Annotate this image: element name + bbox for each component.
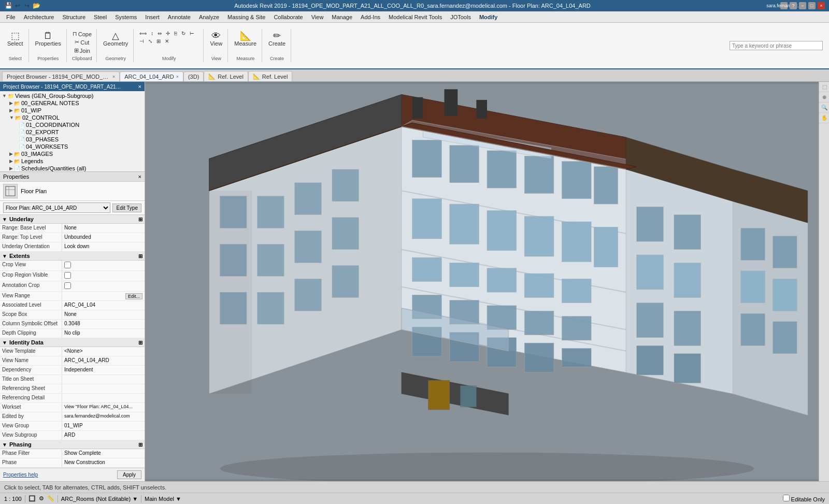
pan-btn[interactable]: ✋ xyxy=(819,113,829,123)
prop-value[interactable]: ARC_04_L04_ARD xyxy=(62,356,145,365)
menu-annotate[interactable]: Annotate xyxy=(164,13,195,21)
tree-legends[interactable]: ▶ 📂 Legends xyxy=(1,157,144,165)
prop-value[interactable]: None xyxy=(62,224,145,233)
menu-modelical[interactable]: Modelical Revit Tools xyxy=(384,13,446,21)
close-tab-icon[interactable]: × xyxy=(112,74,115,79)
prop-value[interactable]: ARD xyxy=(62,431,145,440)
steering-btn[interactable]: ⊕ xyxy=(819,92,829,103)
prop-value[interactable] xyxy=(62,384,145,393)
view-button[interactable]: 👁 View xyxy=(208,30,224,48)
zoom-btn[interactable]: 🔍 xyxy=(819,103,829,113)
keyword-search[interactable] xyxy=(730,41,823,50)
move-button[interactable]: ✛ xyxy=(164,30,171,37)
view-controls3[interactable]: 📏 xyxy=(47,495,54,502)
tree-worksets[interactable]: 📄 04_WORKSETS xyxy=(1,143,144,150)
quick-access-open[interactable]: 📂 xyxy=(32,2,40,10)
view-range-edit-button[interactable]: Edit... xyxy=(125,293,142,299)
menu-steel[interactable]: Steel xyxy=(90,13,111,21)
menu-modify[interactable]: Modify xyxy=(475,13,502,21)
tree-phases[interactable]: 📄 03_PHASES xyxy=(1,136,144,143)
tab-3d[interactable]: (3D) xyxy=(183,71,204,81)
mirror-button[interactable]: ⇔ xyxy=(156,30,163,37)
tree-control[interactable]: ▼ 📂 02_CONTROL xyxy=(1,114,144,121)
prop-value[interactable]: 0.3048 xyxy=(62,320,145,328)
prop-value[interactable] xyxy=(62,375,145,384)
tab-project-browser[interactable]: Project Browser - 18194_OPE_MOD_PART_A21… xyxy=(2,71,120,81)
view-controls2[interactable]: ⚙ xyxy=(39,495,44,502)
menu-jotools[interactable]: JOTools xyxy=(446,13,475,21)
select-button[interactable]: ⬚ Select xyxy=(5,30,25,48)
tree-coordination[interactable]: 📄 01_COORDINATION xyxy=(1,121,144,128)
properties-type-select[interactable]: Floor Plan: ARC_04_L04_ARD xyxy=(3,203,110,213)
tab-ref-level-1[interactable]: 📐 Ref. Level xyxy=(204,71,248,81)
section-extents[interactable]: ▼ Extents ⊞ xyxy=(0,252,145,261)
model-selector[interactable]: Main Model ▼ xyxy=(145,496,181,502)
menu-manage[interactable]: Manage xyxy=(327,13,356,21)
editable-only-checkbox[interactable]: Editable Only xyxy=(783,495,825,502)
menu-file[interactable]: File xyxy=(2,13,20,21)
properties-close-btn[interactable]: × xyxy=(138,174,141,180)
menu-structure[interactable]: Structure xyxy=(58,13,90,21)
editable-checkbox[interactable] xyxy=(783,495,790,501)
view-controls[interactable]: 🔲 xyxy=(28,495,36,502)
crop-view-checkbox[interactable] xyxy=(64,262,71,268)
copy-button[interactable]: ⎘ xyxy=(173,30,179,37)
tab-ref-level-2[interactable]: 📐 Ref. Level xyxy=(248,71,293,81)
align-button[interactable]: ⟺ xyxy=(138,30,148,37)
prop-value[interactable]: <None> xyxy=(62,347,145,356)
prop-value[interactable]: Unbounded xyxy=(62,233,145,242)
crop-region-visible-checkbox[interactable] xyxy=(64,272,71,279)
tree-images[interactable]: ▶ 📂 03_IMAGES xyxy=(1,150,144,157)
array-button[interactable]: ⊞ xyxy=(155,38,162,45)
quick-access-redo[interactable]: ↪ xyxy=(23,2,31,10)
maximize-btn[interactable]: □ xyxy=(808,2,816,9)
tree-export[interactable]: 📄 02_EXPORT xyxy=(1,128,144,136)
quick-access-btn[interactable]: 💾 xyxy=(4,2,12,10)
prop-value[interactable] xyxy=(62,281,145,291)
cut-button[interactable]: ✂ Cut xyxy=(73,38,91,46)
properties-help-link[interactable]: Properties help xyxy=(3,472,38,478)
trim-button[interactable]: ⊢ xyxy=(188,30,196,37)
split-button[interactable]: ⊣ xyxy=(138,38,146,45)
project-browser-close[interactable]: × xyxy=(138,83,141,90)
menu-systems[interactable]: Systems xyxy=(111,13,141,21)
minimize-btn[interactable]: − xyxy=(799,2,806,9)
prop-value[interactable] xyxy=(62,271,145,281)
menu-view[interactable]: View xyxy=(307,13,328,21)
help-btn[interactable]: ? xyxy=(790,2,797,9)
viewport[interactable]: ⬚ ⊕ 🔍 ✋ xyxy=(145,82,829,481)
tree-wip[interactable]: ▶ 📂 01_WIP xyxy=(1,107,144,114)
workset-selector[interactable]: ARC_Rooms (Not Editable) ▼ xyxy=(61,496,138,502)
view-cube-btn[interactable]: ⬚ xyxy=(819,82,829,92)
menu-massing[interactable]: Massing & Site xyxy=(223,13,269,21)
apply-button[interactable]: Apply xyxy=(117,470,141,479)
tab-arc04-l04-ard[interactable]: ARC_04_L04_ARD × xyxy=(120,71,183,81)
rotate-button[interactable]: ↻ xyxy=(180,30,187,37)
edit-type-button[interactable]: Edit Type xyxy=(112,204,141,212)
prop-value[interactable]: None xyxy=(62,310,145,319)
prop-value[interactable]: No clip xyxy=(62,329,145,338)
section-phasing[interactable]: ▼ Phasing ⊞ xyxy=(0,440,145,449)
quick-access-undo[interactable]: ↩ xyxy=(13,2,22,10)
close-tab-arc-icon[interactable]: × xyxy=(176,74,179,79)
annotation-crop-checkbox[interactable] xyxy=(64,282,71,289)
geometry-button[interactable]: △ Geometry xyxy=(101,30,130,48)
prop-value[interactable] xyxy=(62,394,145,402)
menu-collaborate[interactable]: Collaborate xyxy=(269,13,307,21)
prop-value[interactable] xyxy=(62,261,145,270)
tree-general-notes[interactable]: ▶ 📂 00_GENERAL NOTES xyxy=(1,99,144,107)
menu-architecture[interactable]: Architecture xyxy=(20,13,59,21)
create-button[interactable]: ✏ Create xyxy=(266,30,288,48)
join-button[interactable]: ⊞ Join xyxy=(73,47,92,54)
close-btn[interactable]: × xyxy=(818,2,825,9)
section-underlay[interactable]: ▼ Underlay ⊞ xyxy=(0,215,145,224)
scale-button[interactable]: ⤡ xyxy=(147,38,154,45)
menu-analyze[interactable]: Analyze xyxy=(195,13,223,21)
menu-insert[interactable]: Insert xyxy=(141,13,164,21)
section-identity-data[interactable]: ▼ Identity Data ⊞ xyxy=(0,338,145,347)
measure-button[interactable]: 📐 Measure xyxy=(232,30,259,48)
prop-value[interactable]: Look down xyxy=(62,242,145,251)
prop-value[interactable]: 01_WIP xyxy=(62,422,145,430)
prop-value[interactable]: New Construction xyxy=(62,458,145,467)
cope-button[interactable]: ⊓ Cope xyxy=(71,30,93,38)
